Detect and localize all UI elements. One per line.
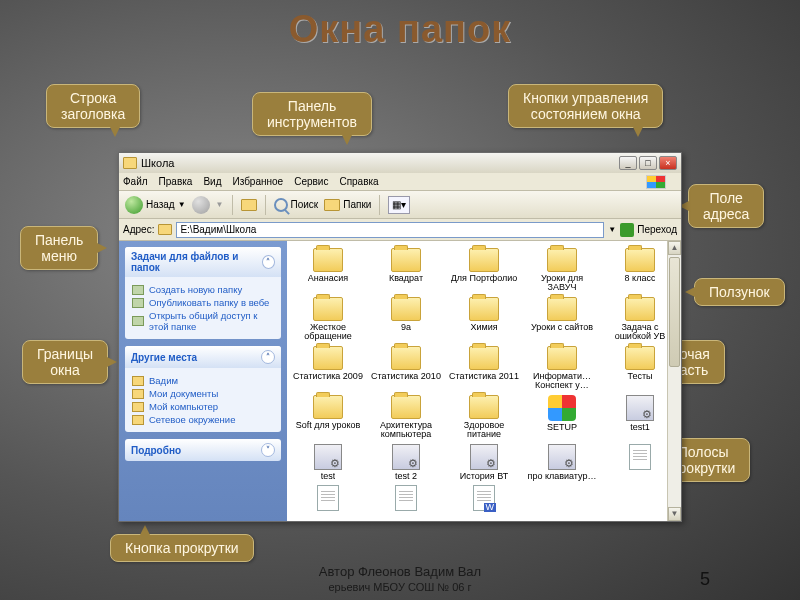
window-buttons: _ □ × bbox=[619, 156, 677, 170]
document-icon bbox=[317, 485, 339, 511]
file-item[interactable]: Химия bbox=[445, 296, 523, 343]
go-button[interactable]: Переход bbox=[620, 223, 677, 237]
item-label: Статистика 2011 bbox=[449, 372, 519, 381]
close-button[interactable]: × bbox=[659, 156, 677, 170]
address-bar: Адрес: ▼ Переход bbox=[119, 219, 681, 241]
file-item[interactable]: Ананасия bbox=[289, 247, 367, 294]
file-item[interactable] bbox=[289, 484, 367, 514]
app-icon bbox=[470, 444, 498, 470]
file-item[interactable]: История ВТ bbox=[445, 443, 523, 482]
file-item[interactable]: test 2 bbox=[367, 443, 445, 482]
file-item[interactable]: test bbox=[289, 443, 367, 482]
search-button[interactable]: Поиск bbox=[274, 198, 319, 212]
menu-view[interactable]: Вид bbox=[203, 176, 221, 187]
callout-borders: Границы окна bbox=[22, 340, 108, 384]
app-icon bbox=[626, 395, 654, 421]
place-network[interactable]: Сетевое окружение bbox=[132, 414, 274, 425]
file-folder-tasks: Задачи для файлов и папок˄ Создать новую… bbox=[125, 247, 281, 339]
menu-bar: Файл Правка Вид Избранное Сервис Справка bbox=[119, 173, 681, 191]
file-item[interactable] bbox=[367, 484, 445, 514]
item-label: SETUP bbox=[547, 423, 577, 432]
folder-icon bbox=[313, 395, 343, 419]
place-vadim[interactable]: Вадим bbox=[132, 375, 274, 386]
file-item[interactable]: Soft для уроков bbox=[289, 394, 367, 441]
callout-toolbar: Панель инструментов bbox=[252, 92, 372, 136]
address-input[interactable] bbox=[176, 222, 604, 238]
file-item[interactable]: Статистика 2010 bbox=[367, 345, 445, 392]
menu-file[interactable]: Файл bbox=[123, 176, 148, 187]
callout-address: Поле адреса bbox=[688, 184, 764, 228]
item-label: Тесты bbox=[627, 372, 652, 381]
folder-icon bbox=[469, 297, 499, 321]
item-label: 9а bbox=[401, 323, 411, 332]
place-mydocs[interactable]: Мои документы bbox=[132, 388, 274, 399]
back-button[interactable]: Назад▼ bbox=[125, 196, 186, 214]
folders-button[interactable]: Папки bbox=[324, 199, 371, 211]
menu-fav[interactable]: Избранное bbox=[232, 176, 283, 187]
file-item[interactable]: Жесткое обращение bbox=[289, 296, 367, 343]
place-mycomp[interactable]: Мой компьютер bbox=[132, 401, 274, 412]
document-icon bbox=[395, 485, 417, 511]
details-panel: Подробно˅ bbox=[125, 439, 281, 461]
file-item[interactable]: Квадрат bbox=[367, 247, 445, 294]
item-label: Ананасия bbox=[308, 274, 348, 283]
explorer-window: Школа _ □ × Файл Правка Вид Избранное Се… bbox=[118, 152, 682, 522]
item-label: Химия bbox=[470, 323, 497, 332]
minimize-button[interactable]: _ bbox=[619, 156, 637, 170]
folder-icon bbox=[547, 248, 577, 272]
item-label: Soft для уроков bbox=[296, 421, 361, 430]
file-item[interactable]: Уроки для ЗАВУЧ bbox=[523, 247, 601, 294]
item-label: Уроки для ЗАВУЧ bbox=[527, 274, 597, 293]
scroll-track[interactable] bbox=[668, 255, 681, 507]
scroll-up-button[interactable]: ▲ bbox=[668, 241, 681, 255]
file-item[interactable]: Архитектура компьютера bbox=[367, 394, 445, 441]
file-item[interactable]: Здоровое питание bbox=[445, 394, 523, 441]
file-item[interactable]: Статистика 2009 bbox=[289, 345, 367, 392]
scroll-thumb[interactable] bbox=[669, 257, 680, 367]
expand-icon[interactable]: ˅ bbox=[261, 443, 275, 457]
file-item[interactable]: Статистика 2011 bbox=[445, 345, 523, 392]
scroll-down-button[interactable]: ▼ bbox=[668, 507, 681, 521]
file-item[interactable]: про клавиатур… bbox=[523, 443, 601, 482]
task-share[interactable]: Открыть общий доступ к этой папке bbox=[132, 310, 274, 332]
other-places: Другие места˄ Вадим Мои документы Мой ко… bbox=[125, 346, 281, 432]
folder-icon bbox=[547, 297, 577, 321]
menu-tools[interactable]: Сервис bbox=[294, 176, 328, 187]
file-item[interactable] bbox=[445, 484, 523, 514]
toolbar: Назад▼ ▼ Поиск Папки ▦▾ bbox=[119, 191, 681, 219]
folder-icon bbox=[391, 248, 421, 272]
collapse-icon[interactable]: ˄ bbox=[261, 350, 275, 364]
menu-help[interactable]: Справка bbox=[339, 176, 378, 187]
item-label: Задача с ошибкой УВ bbox=[605, 323, 675, 342]
callout-scroll-button: Кнопка прокрутки bbox=[110, 534, 254, 562]
content-area[interactable]: АнанасияКвадратДля ПортфолиоУроки для ЗА… bbox=[287, 241, 681, 521]
page-number: 5 bbox=[700, 569, 710, 590]
task-publish[interactable]: Опубликовать папку в вебе bbox=[132, 297, 274, 308]
folder-icon bbox=[625, 297, 655, 321]
title-bar[interactable]: Школа _ □ × bbox=[119, 153, 681, 173]
task-new-folder[interactable]: Создать новую папку bbox=[132, 284, 274, 295]
item-label: про клавиатур… bbox=[528, 472, 597, 481]
collapse-icon[interactable]: ˄ bbox=[262, 255, 275, 269]
folder-icon bbox=[625, 248, 655, 272]
folder-icon bbox=[313, 346, 343, 370]
views-button[interactable]: ▦▾ bbox=[388, 196, 410, 214]
callout-window-buttons: Кнопки управления состоянием окна bbox=[508, 84, 663, 128]
menu-edit[interactable]: Правка bbox=[159, 176, 193, 187]
file-item[interactable]: 9а bbox=[367, 296, 445, 343]
file-item[interactable]: SETUP bbox=[523, 394, 601, 441]
up-button[interactable] bbox=[241, 199, 257, 211]
folder-icon bbox=[391, 395, 421, 419]
folder-icon bbox=[158, 224, 172, 235]
vertical-scrollbar[interactable]: ▲ ▼ bbox=[667, 241, 681, 521]
file-item[interactable]: Уроки с сайтов bbox=[523, 296, 601, 343]
file-item[interactable]: Информати… Конспект у… bbox=[523, 345, 601, 392]
item-label: Здоровое питание bbox=[449, 421, 519, 440]
item-label: Жесткое обращение bbox=[293, 323, 363, 342]
file-item[interactable]: Для Портфолио bbox=[445, 247, 523, 294]
maximize-button[interactable]: □ bbox=[639, 156, 657, 170]
item-label: test1 bbox=[630, 423, 650, 432]
forward-button[interactable] bbox=[192, 196, 210, 214]
folder-icon bbox=[123, 157, 137, 169]
item-label: Для Портфолио bbox=[451, 274, 518, 283]
